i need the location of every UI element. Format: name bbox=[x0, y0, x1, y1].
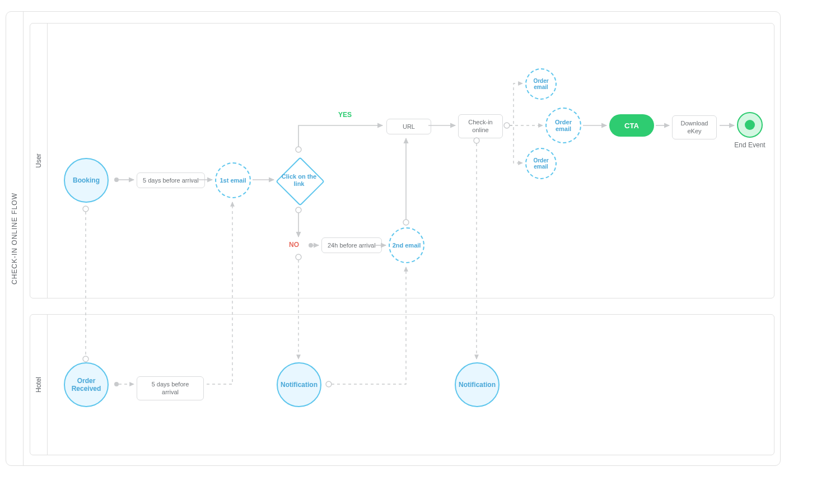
event-end-label: End Event bbox=[727, 141, 772, 149]
task-wait-24h-label: 24h before arrival bbox=[328, 241, 376, 249]
pool-title-label: CHECK-IN ONLINE FLOW bbox=[11, 193, 18, 284]
task-checkin-online-label: Check-in online bbox=[464, 118, 497, 134]
event-first-email-label: 1st email bbox=[220, 177, 246, 184]
gateway-click-link-label: Click on the link bbox=[277, 158, 321, 203]
event-end bbox=[737, 112, 763, 138]
event-hotel-notification-2-label: Notification bbox=[459, 381, 496, 389]
event-hotel-notification-2: Notification bbox=[455, 362, 500, 407]
event-booking-label: Booking bbox=[73, 176, 100, 184]
task-wait-5days-label: 5 days before arrival bbox=[143, 176, 199, 184]
task-hotel-wait-5days: 5 days before arrival bbox=[137, 376, 204, 400]
event-order-email-1-label: Order email bbox=[526, 78, 556, 90]
task-url-label: URL bbox=[403, 123, 415, 130]
event-order-email-3: Order email bbox=[525, 148, 557, 179]
task-cta-label: CTA bbox=[624, 122, 639, 130]
task-hotel-wait-5days-label: 5 days before arrival bbox=[143, 380, 198, 396]
event-first-email: 1st email bbox=[215, 162, 251, 198]
lane-user: User Booking 5 days before arrival 1st e… bbox=[30, 23, 774, 298]
event-order-email-3-label: Order email bbox=[526, 157, 556, 170]
event-hotel-notification-1-label: Notification bbox=[281, 381, 318, 389]
pool-checkin-flow: CHECK-IN ONLINE FLOW User Booking 5 days… bbox=[6, 11, 781, 466]
event-second-email-label: 2nd email bbox=[393, 242, 421, 249]
task-download-ekey-label: Download eKey bbox=[678, 119, 711, 136]
event-second-email: 2nd email bbox=[389, 227, 424, 263]
event-hotel-notification-1: Notification bbox=[277, 362, 321, 407]
lane-hotel: Hotel Order Received 5 days before arriv… bbox=[30, 314, 774, 455]
lane-user-label: User bbox=[35, 153, 43, 167]
gateway-click-link: Click on the link bbox=[277, 158, 321, 203]
lane-hotel-label: Hotel bbox=[35, 377, 43, 393]
lane-user-title: User bbox=[30, 24, 48, 298]
lane-hotel-title: Hotel bbox=[30, 315, 48, 455]
pool-title: CHECK-IN ONLINE FLOW bbox=[6, 12, 24, 465]
event-order-received-label: Order Received bbox=[65, 377, 108, 393]
task-wait-24h: 24h before arrival bbox=[321, 237, 382, 253]
task-wait-5days: 5 days before arrival bbox=[137, 172, 205, 188]
event-order-email-1: Order email bbox=[525, 68, 557, 100]
event-order-email-2: Order email bbox=[545, 108, 581, 143]
event-order-email-2-label: Order email bbox=[547, 119, 580, 132]
event-order-received: Order Received bbox=[64, 362, 109, 407]
gateway-label-no: NO bbox=[289, 241, 299, 249]
task-cta: CTA bbox=[609, 114, 654, 137]
task-checkin-online: Check-in online bbox=[458, 114, 503, 138]
event-booking: Booking bbox=[64, 158, 109, 203]
task-url: URL bbox=[386, 119, 431, 134]
task-download-ekey: Download eKey bbox=[672, 115, 717, 139]
gateway-label-yes: YES bbox=[338, 111, 352, 119]
